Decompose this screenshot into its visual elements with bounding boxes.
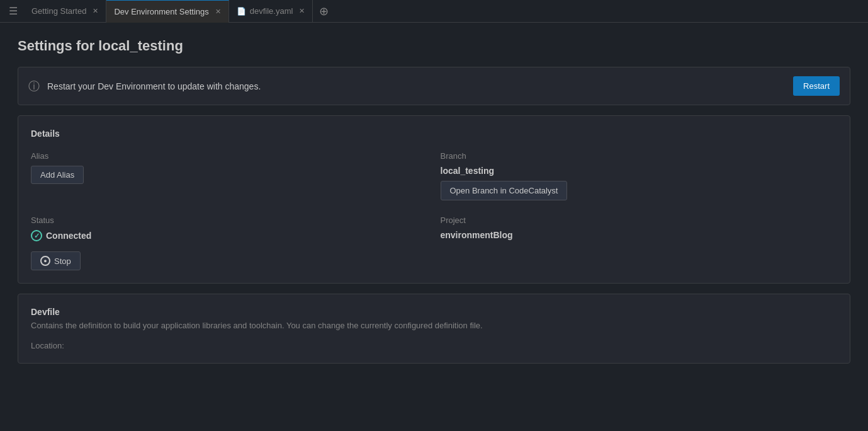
open-branch-button[interactable]: Open Branch in CodeCatalyst xyxy=(441,181,568,200)
tab-dev-environment-settings-close[interactable]: ✕ xyxy=(215,8,221,16)
stop-label: Stop xyxy=(54,256,71,266)
info-banner: ⓘ Restart your Dev Environment to update… xyxy=(18,67,850,105)
tab-bar: ☰ Getting Started ✕ Dev Environment Sett… xyxy=(0,0,868,23)
tab-devfile-yaml-label: devfile.yaml xyxy=(250,6,293,16)
stop-icon: ● xyxy=(40,256,50,266)
stop-button[interactable]: ● Stop xyxy=(31,251,81,270)
status-label: Status xyxy=(31,216,428,225)
devfile-section: Devfile Contains the definition to build… xyxy=(18,294,850,364)
project-value: environmentBlog xyxy=(441,230,838,240)
devfile-title: Devfile xyxy=(31,307,837,317)
branch-field-group: Branch local_testing Open Branch in Code… xyxy=(441,151,838,200)
location-label: Location: xyxy=(31,341,64,350)
alias-label: Alias xyxy=(31,151,428,161)
add-tab-button[interactable]: ⊕ xyxy=(313,4,335,18)
devfile-description: Contains the definition to build your ap… xyxy=(31,321,837,330)
branch-label: Branch xyxy=(441,151,838,161)
tab-devfile-yaml-close[interactable]: ✕ xyxy=(299,7,305,15)
tab-getting-started-close[interactable]: ✕ xyxy=(93,7,98,15)
main-content: Settings for local_testing ⓘ Restart you… xyxy=(0,23,868,379)
status-field-group: Status ✓ Connected ● Stop xyxy=(31,216,428,270)
info-icon: ⓘ xyxy=(28,79,40,94)
banner-text: Restart your Dev Environment to update w… xyxy=(47,81,786,91)
details-section: Details Alias Add Alias Branch local_tes… xyxy=(18,115,850,284)
tab-dev-environment-settings[interactable]: Dev Environment Settings ✕ xyxy=(106,0,228,23)
page-title: Settings for local_testing xyxy=(18,38,850,54)
branch-value: local_testing xyxy=(441,166,838,176)
alias-field-group: Alias Add Alias xyxy=(31,151,428,200)
details-title: Details xyxy=(31,129,837,139)
restart-button[interactable]: Restart xyxy=(793,76,840,96)
tab-dev-environment-settings-label: Dev Environment Settings xyxy=(114,7,208,16)
details-grid: Alias Add Alias Branch local_testing Ope… xyxy=(31,151,837,270)
status-value: Connected xyxy=(46,231,91,241)
connected-icon: ✓ xyxy=(31,230,42,241)
file-icon: 📄 xyxy=(237,7,246,16)
tab-devfile-yaml[interactable]: 📄 devfile.yaml ✕ xyxy=(229,0,313,23)
project-field-group: Project environmentBlog xyxy=(441,216,838,270)
menu-icon[interactable]: ☰ xyxy=(3,5,24,17)
status-connected: ✓ Connected xyxy=(31,230,428,241)
project-label: Project xyxy=(441,216,838,225)
add-alias-button[interactable]: Add Alias xyxy=(31,166,84,184)
tab-getting-started[interactable]: Getting Started ✕ xyxy=(24,0,106,23)
tab-getting-started-label: Getting Started xyxy=(31,6,86,16)
